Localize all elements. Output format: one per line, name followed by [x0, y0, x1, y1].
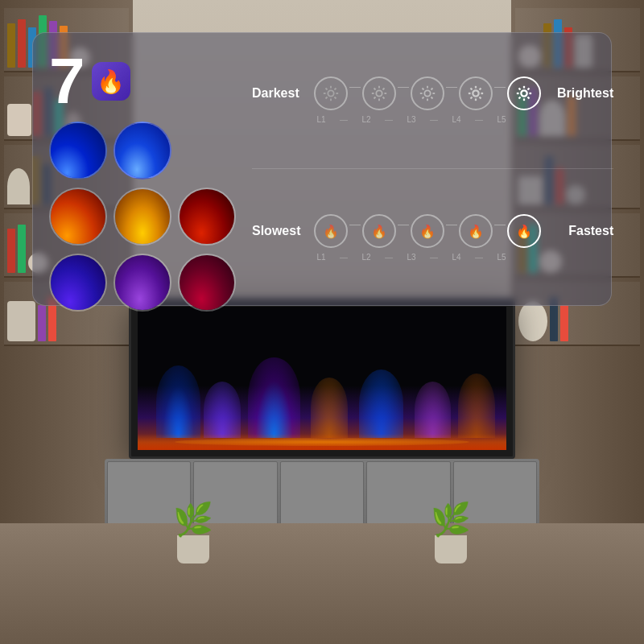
level-label-s4: L4 — [440, 253, 473, 262]
brightness-icon-2[interactable] — [362, 76, 396, 110]
speed-row: Slowest 🔥 — 🔥 — [252, 214, 613, 248]
speed-icon-5[interactable]: 🔥 — [507, 214, 541, 248]
floor — [0, 523, 644, 644]
darkest-label: Darkest — [252, 86, 304, 101]
flame-circle-orange[interactable] — [49, 188, 107, 246]
flame-small-4: 🔥 — [468, 224, 484, 239]
dash: — — [494, 80, 506, 93]
svg-line-23 — [422, 88, 423, 89]
plant-pot — [435, 535, 467, 564]
svg-line-26 — [422, 97, 423, 98]
flame-small-3: 🔥 — [419, 224, 436, 239]
speed-icon-3[interactable]: 🔥 — [411, 214, 444, 248]
svg-line-7 — [334, 88, 336, 89]
svg-point-27 — [473, 90, 478, 96]
top-flame-row — [49, 122, 171, 180]
svg-line-42 — [527, 97, 529, 98]
speed-level-4[interactable]: 🔥 — [459, 214, 493, 248]
slowest-label: Slowest — [252, 224, 304, 238]
brightness-icon-4[interactable] — [459, 76, 493, 110]
level-label-b2: L2 — [349, 115, 383, 124]
speed-level-1[interactable]: 🔥 — [314, 214, 348, 248]
panel-left: 7 🔥 — [49, 49, 236, 289]
speed-section: Slowest 🔥 — 🔥 — [252, 214, 613, 262]
level-label-s2: L2 — [349, 253, 383, 262]
level-label-b4: L4 — [440, 115, 473, 124]
svg-line-32 — [470, 88, 472, 89]
level-label-s5: L5 — [485, 253, 518, 262]
flame-circle-gold[interactable] — [114, 188, 171, 246]
svg-line-33 — [479, 97, 481, 98]
svg-point-36 — [521, 90, 526, 96]
svg-line-14 — [374, 88, 375, 89]
flame-small-1: 🔥 — [323, 224, 339, 239]
svg-line-16 — [382, 88, 384, 89]
plant-left: 🌿 — [173, 503, 213, 564]
flame-icon: 🔥 — [97, 68, 125, 95]
brightness-labels-row: L1 — L2 — L3 — L4 — L5 — [304, 115, 613, 124]
fireplace-frame — [129, 298, 515, 459]
level-label-s3: L3 — [394, 253, 428, 262]
speed-level-2[interactable]: 🔥 — [362, 214, 396, 248]
svg-line-15 — [382, 97, 384, 98]
brightness-level-2[interactable] — [362, 76, 396, 110]
brightness-icon-5[interactable] — [507, 76, 541, 110]
svg-point-18 — [424, 90, 430, 96]
level-label-b5: L5 — [485, 115, 518, 124]
brightness-levels: — — [314, 76, 541, 110]
brightest-label: Brightest — [557, 86, 613, 101]
color-count-number: 7 — [49, 49, 85, 114]
svg-line-25 — [431, 88, 432, 89]
bot-flame-row — [49, 254, 236, 312]
speed-icon-1[interactable]: 🔥 — [314, 214, 348, 248]
svg-line-43 — [527, 88, 529, 89]
level-label-b3: L3 — [394, 115, 428, 124]
svg-line-17 — [374, 97, 375, 98]
svg-line-41 — [518, 88, 520, 89]
divider — [252, 168, 613, 169]
speed-levels: 🔥 — 🔥 — 🔥 — [314, 214, 552, 248]
brightness-level-1[interactable] — [314, 76, 348, 110]
brightness-level-5[interactable] — [507, 76, 541, 110]
fastest-label: Fastest — [568, 224, 613, 238]
speed-labels-row: L1 — L2 — L3 — L4 — L5 — [304, 253, 613, 262]
flame-circle-darkred[interactable] — [178, 188, 236, 246]
fireplace-inner — [138, 307, 506, 450]
flame-circle-blue-big[interactable] — [114, 122, 171, 180]
mid-flame-row — [49, 188, 236, 246]
speed-icon-2[interactable]: 🔥 — [362, 214, 396, 248]
brightness-level-4[interactable] — [459, 76, 493, 110]
flame-circle-purple[interactable] — [114, 254, 171, 312]
dash: — — [349, 80, 361, 93]
dash: — — [446, 217, 457, 230]
dash: — — [398, 80, 409, 93]
flame-circle-blue[interactable] — [49, 122, 107, 180]
svg-line-35 — [470, 97, 472, 98]
speed-level-3[interactable]: 🔥 — [411, 214, 444, 248]
dash: — — [349, 217, 361, 230]
svg-point-0 — [328, 90, 333, 96]
flame-circle-wine[interactable] — [178, 254, 236, 312]
speed-level-5[interactable]: 🔥 — [507, 214, 541, 248]
panel-right: Darkest — [252, 49, 613, 289]
flame-circle-purpleblue[interactable] — [49, 254, 107, 312]
flame-small-2: 🔥 — [371, 224, 387, 239]
plant-right: 🌿 — [431, 503, 471, 564]
level-label-b1: L1 — [304, 115, 338, 124]
brightness-icon-3[interactable] — [411, 76, 444, 110]
flame-small-5: 🔥 — [516, 224, 532, 239]
dash: — — [494, 217, 506, 230]
level-label-s1: L1 — [304, 253, 338, 262]
brightness-section: Darkest — [252, 76, 613, 124]
svg-line-34 — [479, 88, 481, 89]
brightness-level-3[interactable] — [411, 76, 444, 110]
svg-point-9 — [376, 90, 382, 96]
dash: — — [398, 217, 409, 230]
brightness-icon-1[interactable] — [314, 76, 348, 110]
speed-icon-4[interactable]: 🔥 — [459, 214, 493, 248]
svg-line-5 — [325, 88, 327, 89]
plant-pot — [177, 535, 209, 564]
brightness-row: Darkest — [252, 76, 613, 110]
svg-line-24 — [431, 97, 432, 98]
svg-line-6 — [334, 97, 336, 98]
